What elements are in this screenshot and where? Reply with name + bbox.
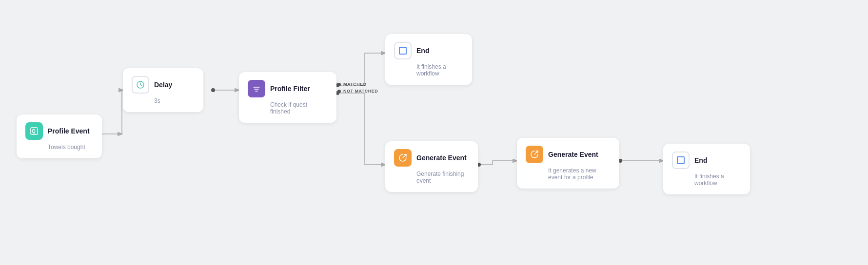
matched-dot — [337, 83, 341, 86]
profile-event-icon: Q — [25, 122, 43, 140]
filter-icon — [248, 80, 265, 97]
profile-event-subtitle: Towels bought — [48, 144, 93, 151]
filter-output-labels: MATCHED NOT MATCHED — [337, 82, 378, 94]
profile-filter-node[interactable]: Profile Filter Check if quest finished — [239, 72, 336, 123]
matched-label: MATCHED — [337, 82, 378, 87]
filter-title: Profile Filter — [270, 85, 310, 93]
end-bottom-square — [677, 156, 685, 164]
delay-title: Delay — [154, 81, 172, 89]
end-node-top[interactable]: End It finishes a workflow — [385, 34, 472, 85]
gen-event-2-header: Generate Event — [526, 146, 611, 163]
delay-header: Delay — [132, 76, 195, 94]
gen-event-1-icon — [394, 149, 412, 167]
end-bottom-subtitle: It finishes a workflow — [694, 173, 741, 187]
not-matched-label: NOT MATCHED — [337, 89, 378, 94]
svg-line-16 — [403, 154, 406, 158]
svg-line-12 — [140, 85, 142, 86]
delay-subtitle: 3s — [154, 97, 195, 104]
profile-filter-header: Profile Filter — [248, 80, 328, 97]
delay-node[interactable]: Delay 3s — [123, 68, 203, 112]
end-bottom-header: End — [672, 151, 741, 169]
svg-line-17 — [534, 151, 538, 154]
svg-text:Q: Q — [32, 129, 36, 134]
delay-icon — [132, 76, 149, 94]
end-top-header: End — [394, 42, 463, 59]
profile-event-header: Q Profile Event — [25, 122, 93, 140]
profile-event-node[interactable]: Q Profile Event Towels bought — [17, 114, 102, 158]
workflow-canvas: Q Profile Event Towels bought Delay 3s — [0, 0, 868, 265]
end-node-bottom[interactable]: End It finishes a workflow — [663, 144, 750, 194]
not-matched-dot — [337, 90, 341, 93]
end-bottom-icon — [672, 151, 690, 169]
svg-point-1 — [211, 88, 215, 92]
end-top-square — [399, 47, 407, 55]
gen-event-1-header: Generate Event — [394, 149, 469, 167]
gen-event-2-icon — [526, 146, 543, 163]
end-top-subtitle: It finishes a workflow — [416, 63, 463, 77]
gen-event-1-title: Generate Event — [416, 154, 467, 162]
gen-event-1-subtitle: Generate finishing event — [416, 170, 469, 184]
end-bottom-title: End — [694, 156, 707, 164]
gen-event-2-subtitle: It generates a new event for a profile — [548, 167, 611, 181]
gen-event-2-title: Generate Event — [548, 151, 598, 158]
end-top-title: End — [416, 47, 429, 55]
generate-event-node-2[interactable]: Generate Event It generates a new event … — [517, 138, 619, 189]
generate-event-node-1[interactable]: Generate Event Generate finishing event — [385, 141, 478, 192]
end-top-icon — [394, 42, 412, 59]
profile-event-title: Profile Event — [48, 127, 90, 135]
filter-subtitle: Check if quest finished — [270, 101, 328, 115]
